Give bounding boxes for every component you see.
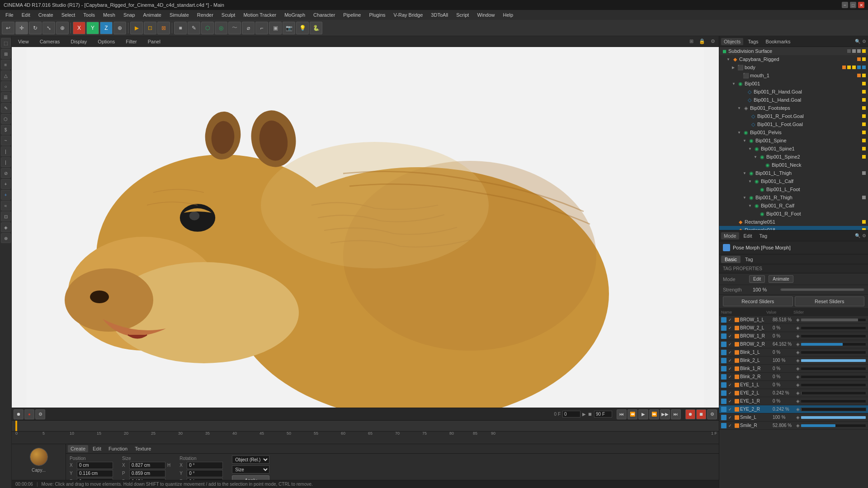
tree-item-pelvis[interactable]: ▼ ◉ Bip001_Pelvis bbox=[719, 128, 868, 136]
slider-brow2l[interactable]: ✓ BROW_2_L 0 % ◈ bbox=[719, 324, 868, 332]
tab-tags[interactable]: Tags bbox=[745, 38, 761, 45]
props-tab-mode[interactable]: Mode bbox=[721, 232, 739, 239]
tab-function[interactable]: Function bbox=[106, 445, 130, 452]
tree-item-lcalf[interactable]: ▼ ◉ Bip001_L_Calf bbox=[719, 177, 868, 185]
sidebar-icon-18[interactable]: ⊕ bbox=[1, 233, 11, 243]
camera-btn[interactable]: 📷 bbox=[283, 22, 295, 34]
menu-animate[interactable]: Animate bbox=[140, 11, 165, 19]
tab-objects[interactable]: Objects bbox=[721, 38, 743, 45]
viewport-menu-filter[interactable]: Filter bbox=[123, 38, 139, 45]
tree-item-rhand[interactable]: ◇ Bip001_R_Hand.Goal bbox=[719, 88, 868, 96]
tab-bookmarks[interactable]: Bookmarks bbox=[763, 38, 793, 45]
menu-motion-tracker[interactable]: Motion Tracker bbox=[240, 11, 280, 19]
sidebar-icon-17[interactable]: ◈ bbox=[1, 222, 11, 232]
blink2l-check[interactable]: ✓ bbox=[728, 358, 734, 363]
smilel-check[interactable]: ✓ bbox=[728, 415, 734, 420]
brow2r-toggle[interactable] bbox=[721, 342, 726, 347]
tree-item-spine2[interactable]: ▼ ◉ Bip001_Spine2 bbox=[719, 153, 868, 161]
blink1l-bar[interactable] bbox=[801, 351, 866, 354]
tab-edit[interactable]: Edit bbox=[90, 445, 104, 452]
menu-create[interactable]: Create bbox=[35, 11, 57, 19]
blink2r-bar[interactable] bbox=[801, 375, 866, 379]
slider-brow2r[interactable]: ✓ BROW_2_R 64.162 % ◈ bbox=[719, 340, 868, 348]
world-btn[interactable]: ⊕ bbox=[113, 22, 126, 34]
size-mode-select[interactable]: Size bbox=[232, 465, 269, 474]
menu-pipeline[interactable]: Pipeline bbox=[340, 11, 364, 19]
playhead[interactable] bbox=[15, 421, 17, 431]
smiler-check[interactable]: ✓ bbox=[728, 423, 734, 428]
bend-btn[interactable]: ⌐ bbox=[255, 22, 268, 34]
sidebar-icon-11[interactable]: | bbox=[1, 146, 11, 156]
viewport-menu-panel[interactable]: Panel bbox=[145, 38, 163, 45]
menu-tools[interactable]: Tools bbox=[80, 11, 99, 19]
menu-mograph[interactable]: MoGraph bbox=[281, 11, 309, 19]
blink1r-toggle[interactable] bbox=[721, 366, 726, 371]
tab-texture[interactable]: Texture bbox=[132, 445, 154, 452]
slider-blink1r[interactable]: ✓ Blink_1_R 0 % ◈ bbox=[719, 365, 868, 373]
tree-item-footsteps[interactable]: ▼ ◈ Bip001_Footsteps bbox=[719, 104, 868, 112]
viewport-menu-options[interactable]: Options bbox=[95, 38, 118, 45]
brow1r-toggle[interactable] bbox=[721, 333, 726, 339]
slider-brow1l[interactable]: ✓ BROW_1_L 88.518 % ◈ bbox=[719, 316, 868, 324]
sidebar-icon-6[interactable]: ☰ bbox=[1, 92, 11, 102]
sidebar-icon-4[interactable]: △ bbox=[1, 70, 11, 80]
eye2l-check[interactable]: ✓ bbox=[728, 391, 734, 395]
tree-item-lhand[interactable]: ◇ Bip001_L_Hand.Goal bbox=[719, 96, 868, 104]
eye1r-toggle[interactable] bbox=[721, 399, 726, 404]
smiler-bar[interactable] bbox=[801, 424, 866, 427]
record-btn[interactable]: ⏺ bbox=[14, 409, 24, 419]
blink2r-toggle[interactable] bbox=[721, 374, 726, 380]
sidebar-icon-14[interactable]: + bbox=[1, 179, 11, 189]
props-gear-icon[interactable]: ⚙ bbox=[862, 233, 866, 238]
options-btn[interactable]: ⚙ bbox=[35, 409, 45, 419]
timeline-cfg-btn[interactable]: ⚙ bbox=[707, 409, 717, 419]
tree-item-subdivision[interactable]: ◼ Subdivision Surface bbox=[719, 47, 868, 55]
sidebar-icon-5[interactable]: ○ bbox=[1, 81, 11, 91]
brow1l-check[interactable]: ✓ bbox=[728, 318, 734, 322]
record-stop-btn[interactable]: ⏹ bbox=[696, 409, 706, 419]
eye2l-toggle[interactable] bbox=[721, 390, 726, 396]
props-tab-tag[interactable]: Tag bbox=[757, 232, 770, 239]
smilel-toggle[interactable] bbox=[721, 415, 726, 420]
render3-btn[interactable]: ⊠ bbox=[157, 22, 170, 34]
menu-simulate[interactable]: Simulate bbox=[166, 11, 193, 19]
eye1r-bar[interactable] bbox=[801, 399, 866, 403]
sidebar-icon-7[interactable]: ✎ bbox=[1, 103, 11, 113]
tree-item-lfoot[interactable]: ◇ Bip001_L_Foot.Goal bbox=[719, 120, 868, 128]
timeline-btn-2[interactable]: ⏪ bbox=[627, 409, 637, 419]
sidebar-icon-13[interactable]: ⊘ bbox=[1, 168, 11, 178]
reset-sliders-button[interactable]: Reset Sliders bbox=[795, 296, 865, 306]
sidebar-icon-12[interactable]: | bbox=[1, 157, 11, 167]
stop-btn[interactable]: ⏹ bbox=[588, 412, 592, 417]
sidebar-icon-16[interactable]: ⊡ bbox=[1, 211, 11, 221]
brow2l-toggle[interactable] bbox=[721, 325, 726, 331]
viewport-menu-view[interactable]: View bbox=[15, 38, 32, 45]
slider-eye1r[interactable]: ✓ EYE_1_R 0 % ◈ bbox=[719, 397, 868, 405]
props-basic-tab[interactable]: Basic bbox=[721, 256, 741, 263]
tree-item-rcalf[interactable]: ▼ ◉ Bip001_R_Calf bbox=[719, 202, 868, 210]
tree-item-rfoot-bone[interactable]: ◉ Bip001_R_Foot bbox=[719, 210, 868, 218]
z-axis-btn[interactable]: Z bbox=[100, 22, 113, 34]
sidebar-icon-8[interactable]: ⬡ bbox=[1, 114, 11, 124]
eye1l-bar[interactable] bbox=[801, 383, 866, 387]
brow1r-check[interactable]: ✓ bbox=[728, 334, 734, 338]
light-btn[interactable]: 💡 bbox=[296, 22, 309, 34]
menu-mesh[interactable]: Mesh bbox=[99, 11, 119, 19]
sidebar-icon-add[interactable]: + bbox=[1, 190, 11, 200]
frame-end-input[interactable] bbox=[594, 411, 612, 418]
eye2r-bar[interactable] bbox=[801, 408, 866, 411]
size-y-input[interactable] bbox=[129, 470, 165, 477]
slider-smiler[interactable]: ✓ Smile_R 52.806 % ◈ bbox=[719, 422, 868, 430]
sidebar-icon-10[interactable]: ~ bbox=[1, 136, 11, 145]
scale-button[interactable]: ⤡ bbox=[42, 22, 55, 34]
viewport-lock-icon[interactable]: 🔒 bbox=[699, 38, 705, 44]
select-button[interactable]: ⊕ bbox=[56, 22, 69, 34]
draw-btn[interactable]: ✎ bbox=[188, 22, 200, 34]
timeline-btn-3[interactable]: ⏩ bbox=[649, 409, 659, 419]
tree-item-bip001[interactable]: ▼ ◉ Bip001 bbox=[719, 80, 868, 88]
maximize-button[interactable]: □ bbox=[850, 2, 856, 8]
eye1l-toggle[interactable] bbox=[721, 382, 726, 388]
mode-edit-btn[interactable]: Edit bbox=[749, 275, 765, 283]
slider-eye2r[interactable]: ✓ EYE_2_R 0.242 % ◈ bbox=[719, 405, 868, 413]
menu-window[interactable]: Window bbox=[473, 11, 498, 19]
